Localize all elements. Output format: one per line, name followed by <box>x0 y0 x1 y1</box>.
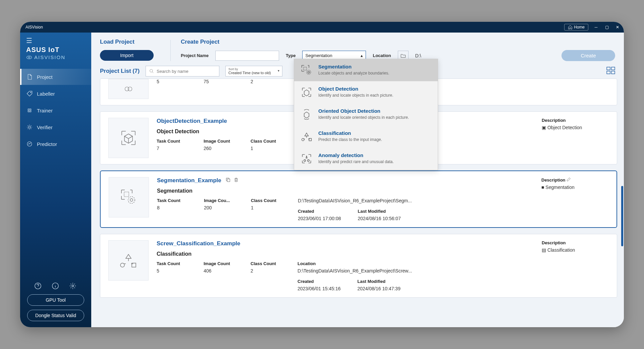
gpu-tool-button[interactable]: GPU Tool <box>27 294 84 306</box>
sidebar-item-project[interactable]: Project <box>20 69 91 85</box>
location-value: D:\ <box>415 53 421 58</box>
sidebar-item-label: Verifier <box>37 124 53 130</box>
created-value: 2023/06/01 15:45:16 <box>298 286 340 291</box>
image-count: 260 <box>204 146 234 151</box>
sidebar-item-label: Trainer <box>37 108 53 113</box>
svg-rect-12 <box>611 67 615 70</box>
project-thumb <box>108 118 149 158</box>
class-count: 1 <box>251 205 281 210</box>
close-button[interactable]: ✕ <box>614 25 621 30</box>
location-label: Location <box>373 53 391 58</box>
location-label: Location <box>298 261 412 266</box>
sidebar-item-labeller[interactable]: Labeller <box>20 86 91 102</box>
modified-value: 2024/08/16 10:56:07 <box>358 216 400 221</box>
divider <box>170 40 171 61</box>
svg-point-0 <box>27 56 32 59</box>
location-value: D:\TestingData\AISVision_R6_ExampleProje… <box>298 198 412 203</box>
image-count-label: Image Count <box>204 261 234 266</box>
type-option-oriented-detection[interactable]: Oriented Object DetectionIdentify and lo… <box>294 103 438 126</box>
anomaly-icon <box>300 152 313 165</box>
chip-icon <box>26 107 33 114</box>
option-desc: Predict the class to the input image. <box>318 137 382 142</box>
project-card[interactable]: Screw_Classification_Example Classificat… <box>100 234 617 298</box>
project-subtitle: Segmentation <box>157 188 533 194</box>
svg-rect-23 <box>304 67 307 70</box>
sidebar: ☰ ASUS IoT AISVISION Project Labeller <box>20 33 91 327</box>
option-title: Classification <box>318 130 382 136</box>
oriented-detection-icon <box>300 108 313 121</box>
create-project-title: Create Project <box>181 39 615 45</box>
gear-icon <box>26 124 33 131</box>
task-count: 5 <box>157 79 187 84</box>
type-option-anomaly[interactable]: Anomaly detectionIdentify and predict ra… <box>294 148 438 170</box>
svg-point-25 <box>308 71 310 73</box>
settings-icon[interactable] <box>69 282 77 290</box>
minimize-button[interactable]: ─ <box>593 25 599 30</box>
logo-asus: ASUS IoT <box>26 46 85 54</box>
project-title: Segmentation_Example <box>157 177 221 184</box>
help-icon[interactable] <box>34 282 42 290</box>
class-count: 2 <box>251 79 281 84</box>
svg-rect-20 <box>227 179 230 182</box>
type-option-classification[interactable]: ClassificationPredict the class to the i… <box>294 126 438 148</box>
description-type: ▤ Classification <box>542 247 609 253</box>
image-count: 75 <box>204 79 234 84</box>
edit-icon[interactable] <box>567 178 571 183</box>
search-input[interactable] <box>157 69 216 74</box>
project-list-title: Project List (7) <box>100 68 140 74</box>
sidebar-item-predictor[interactable]: Predictor <box>20 136 91 152</box>
image-count: 200 <box>204 205 234 210</box>
hamburger-icon[interactable]: ☰ <box>26 37 85 45</box>
svg-point-9 <box>72 285 74 287</box>
project-title: Screw_Classification_Example <box>157 240 240 247</box>
project-name-label: Project Name <box>181 53 209 58</box>
option-title: Segmentation <box>318 64 389 69</box>
main-content: Load Project Import Create Project Proje… <box>91 33 624 327</box>
svg-point-26 <box>302 138 304 141</box>
view-toggle-icon[interactable] <box>606 67 615 76</box>
project-title: ObjectDetection_Example <box>157 118 227 124</box>
project-thumb <box>109 177 149 217</box>
sidebar-item-trainer[interactable]: Trainer <box>20 102 91 118</box>
task-count-label: Task Count <box>157 198 187 203</box>
project-name-input[interactable] <box>215 51 279 61</box>
home-button[interactable]: Home <box>564 24 588 31</box>
image-count-label: Image Count <box>204 139 234 144</box>
svg-point-29 <box>308 160 309 161</box>
project-thumb <box>108 79 149 99</box>
type-select-value: Segmentation <box>305 53 332 58</box>
svg-point-18 <box>128 197 135 203</box>
option-title: Oriented Object Detection <box>318 108 409 114</box>
type-label: Type <box>286 53 296 58</box>
created-value: 2023/06/01 17:00:08 <box>298 216 341 221</box>
description-type: ■ Segmentation <box>541 185 608 190</box>
copy-icon[interactable] <box>225 177 231 184</box>
option-desc: Identify and predict rare and unusual da… <box>318 159 394 164</box>
type-option-segmentation[interactable]: SegmentationLocate objects and analyze b… <box>294 59 438 81</box>
description-label: Description <box>542 240 609 245</box>
type-option-object-detection[interactable]: Object DetectionIdentify and locate obje… <box>294 81 438 103</box>
segmentation-icon <box>300 64 313 77</box>
location-value: D:\TestingData\AISVision_R6_ExampleProje… <box>298 268 412 273</box>
import-button[interactable]: Import <box>100 50 154 61</box>
chevron-up-icon: ▴ <box>361 53 363 58</box>
svg-rect-27 <box>309 138 311 141</box>
svg-point-4 <box>29 110 31 111</box>
info-icon[interactable] <box>52 282 60 290</box>
classification-icon <box>300 130 313 143</box>
maximize-button[interactable]: ▢ <box>604 25 610 30</box>
dongle-status-button[interactable]: Dongle Status Valid <box>27 310 84 321</box>
project-subtitle: Classification <box>157 251 534 257</box>
svg-point-1 <box>29 56 30 58</box>
sidebar-item-verifier[interactable]: Verifier <box>20 119 91 135</box>
search-input-wrap[interactable] <box>146 66 219 77</box>
created-label: Created <box>298 279 340 284</box>
scrollbar-thumb[interactable] <box>621 186 623 246</box>
delete-icon[interactable] <box>233 177 239 184</box>
image-count-label: Image Cou... <box>204 198 234 203</box>
sort-select[interactable]: Sort by Created Time (new to old) <box>225 66 282 77</box>
tag-icon <box>26 90 33 97</box>
create-button[interactable]: Create <box>561 50 615 61</box>
project-card-selected[interactable]: Segmentation_Example Segmentation Task C… <box>100 170 617 228</box>
document-icon <box>26 73 33 80</box>
